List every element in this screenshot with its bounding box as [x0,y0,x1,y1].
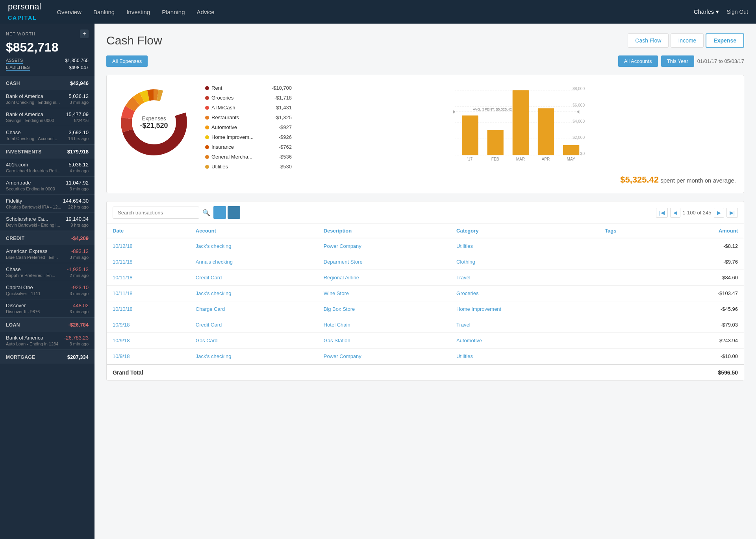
search-box: 🔍 [113,206,240,219]
account-item[interactable]: Capital One -923.10 Quicksilver - 1111 3… [0,281,94,299]
td-account[interactable]: Jack's checking [190,286,318,301]
section-header-investments[interactable]: INVESTMENTS$179,918 [0,145,94,159]
transactions-toolbar: 🔍 |◀ ◀ 1-100 of 245 ▶ ▶| [107,201,744,224]
pagination: |◀ ◀ 1-100 of 245 ▶ ▶| [656,208,738,218]
filter-left: All Expenses [106,55,148,67]
account-item[interactable]: Bank of America -26,783.23 Auto Loan - E… [0,332,94,350]
section-header-loan[interactable]: LOAN-$26,784 [0,318,94,332]
td-account[interactable]: Gas Card [190,333,318,349]
tab-income[interactable]: Income [671,33,704,48]
this-year-button[interactable]: This Year [661,55,694,67]
td-account[interactable]: Credit Card [190,270,318,286]
legend-label: Insurance [211,144,234,150]
donut-label-value: -$21,520 [140,122,168,130]
td-tags [599,286,660,301]
assets-value: $1,350,765 [65,58,89,64]
table-row[interactable]: 10/11/18 Jack's checking Wine Store Groc… [107,286,744,301]
monthly-average: $5,325.42 spent per month on average. [304,175,736,185]
all-accounts-button[interactable]: All Accounts [618,55,658,67]
svg-rect-25 [487,130,504,155]
nav-investing[interactable]: Investing [126,9,150,15]
table-row[interactable]: 10/10/18 Charge Card Big Box Store Home … [107,301,744,317]
account-item[interactable]: Chase 3,692.10 Total Checking - Account.… [0,126,94,144]
prev-page-button[interactable]: ◀ [670,208,680,218]
legend-item: Utilities -$530 [205,162,292,172]
section-header-credit[interactable]: CREDIT-$4,209 [0,231,94,245]
td-account[interactable]: Credit Card [190,317,318,333]
nav-user[interactable]: Charles ▾ [694,8,719,15]
logo: personalCAPITAL [8,2,41,22]
td-amount: -$9.76 [660,254,744,270]
search-icon: 🔍 [202,209,210,216]
nav-banking[interactable]: Banking [93,9,115,15]
legend-label: ATM/Cash [211,105,235,111]
legend-dot [205,155,209,159]
td-amount: -$10.00 [660,349,744,365]
legend-label: Rent [211,85,222,91]
legend-amount: -$530 [279,164,292,170]
page-header: Cash Flow Cash Flow Income Expense [106,33,744,48]
account-item[interactable]: Scholarshare Ca... 19,140.34 Devin Barto… [0,213,94,231]
nav-overview[interactable]: Overview [57,9,82,15]
section-investments: INVESTMENTS$179,918 401k.com 5,036.12 Ca… [0,145,94,231]
grid-view-button[interactable] [228,206,240,219]
table-row[interactable]: 10/11/18 Credit Card Regional Airline Tr… [107,270,744,286]
account-item[interactable]: Bank of America 15,477.09 Savings - Endi… [0,108,94,126]
list-view-button[interactable] [213,206,226,219]
first-page-button[interactable]: |◀ [656,208,667,218]
section-cash: CASH$42,946 Bank of America 5,036.12 Joi… [0,76,94,145]
account-item[interactable]: Ameritrade 11,047.92 Securities Ending i… [0,177,94,195]
col-category: Category [450,224,599,238]
main-content: Cash Flow Cash Flow Income Expense All E… [94,24,756,539]
legend-item: Automotive -$927 [205,122,292,132]
chart-inner: Expenses -$21,520 Rent -$10,700 Grocerie… [115,83,736,185]
td-amount: -$84.60 [660,270,744,286]
legend-label: General Mercha... [211,154,252,160]
transactions-body: 10/12/18 Jack's checking Power Company U… [107,238,744,364]
legend-label: Home Improvem... [211,134,254,140]
td-account[interactable]: Jack's checking [190,349,318,365]
net-worth-label: NET WORTH [6,31,35,36]
table-row[interactable]: 10/11/18 Anna's checking Deparment Store… [107,254,744,270]
signout-button[interactable]: Sign Out [727,9,748,15]
legend-item: Restaurants -$1,325 [205,113,292,122]
account-item[interactable]: 401k.com 5,036.12 Carmichael Industries … [0,159,94,177]
grand-total-row: Grand Total $596.50 [107,364,744,380]
section-header-cash[interactable]: CASH$42,946 [0,76,94,90]
tab-expense[interactable]: Expense [706,33,744,48]
main-layout: NET WORTH + $852,718 ASSETS $1,350,765 L… [0,24,756,539]
legend-amount: -$762 [279,144,292,150]
add-account-button[interactable]: + [80,30,89,38]
account-item[interactable]: American Express -893.12 Blue Cash Prefe… [0,245,94,263]
account-item[interactable]: Discover -448.02 Discover It - 9876 3 mi… [0,299,94,317]
chart-legend: Rent -$10,700 Groceries -$1,718 ATM/Cash… [205,83,292,172]
net-worth-section: NET WORTH + $852,718 ASSETS $1,350,765 L… [0,24,94,76]
top-nav: personalCAPITAL Overview Banking Investi… [0,0,756,24]
td-tags [599,333,660,349]
nav-planning[interactable]: Planning [162,9,185,15]
section-header-mortgage[interactable]: MORTGAGE$287,334 [0,350,94,364]
table-row[interactable]: 10/9/18 Jack's checking Power Company Ut… [107,349,744,365]
table-row[interactable]: 10/9/18 Credit Card Hotel Chain Travel -… [107,317,744,333]
tab-cashflow[interactable]: Cash Flow [628,33,669,48]
account-item[interactable]: Bank of America 5,036.12 Joint Checking … [0,90,94,108]
td-account[interactable]: Anna's checking [190,254,318,270]
table-row[interactable]: 10/12/18 Jack's checking Power Company U… [107,238,744,254]
account-item[interactable]: Fidelity 144,694.30 Charles Bartowski IR… [0,195,94,213]
legend-item: Rent -$10,700 [205,83,292,93]
td-account[interactable]: Jack's checking [190,238,318,254]
legend-amount: -$1,325 [274,114,292,120]
account-item[interactable]: Chase -1,935.13 Sapphire Preferred - En.… [0,263,94,281]
legend-dot [205,106,209,110]
last-page-button[interactable]: ▶| [726,208,738,218]
nav-advice[interactable]: Advice [197,9,215,15]
td-account[interactable]: Charge Card [190,301,318,317]
all-expenses-button[interactable]: All Expenses [106,55,148,67]
td-date: 10/10/18 [107,301,190,317]
svg-rect-29 [538,108,554,155]
table-row[interactable]: 10/9/18 Gas Card Gas Station Automotive … [107,333,744,349]
next-page-button[interactable]: ▶ [714,208,724,218]
assets-row: ASSETS $1,350,765 [6,58,89,64]
td-category: Utilities [450,349,599,365]
search-input[interactable] [113,207,199,219]
